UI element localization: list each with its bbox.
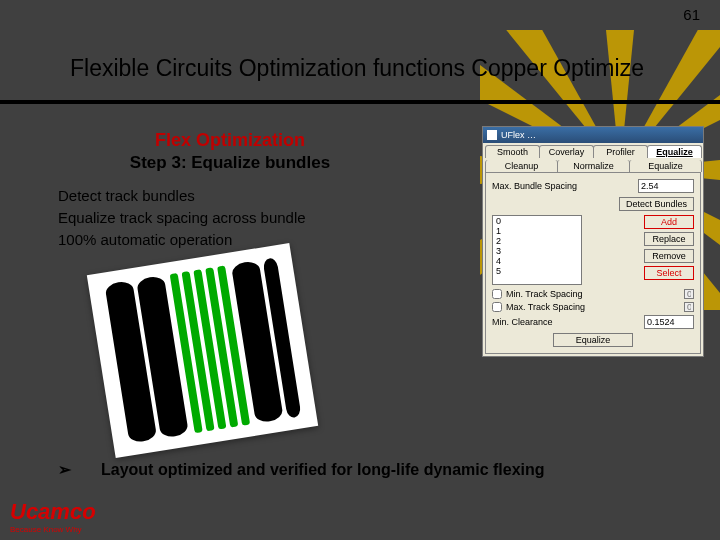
detect-bundles-button[interactable]: Detect Bundles: [619, 197, 694, 211]
list-item[interactable]: 0: [493, 216, 581, 226]
page-number: 61: [683, 6, 700, 23]
min-clearance-label: Min. Clearance: [492, 317, 640, 327]
body-line-2: Equalize track spacing across bundle: [58, 207, 306, 229]
min-track-spacing-label: Min. Track Spacing: [506, 289, 583, 299]
sub-heading-1: Flex Optimization: [0, 130, 460, 151]
track-bundle-illustration: [87, 243, 318, 458]
body-text: Detect track bundles Equalize track spac…: [58, 185, 306, 250]
tab-normalize[interactable]: Normalize: [557, 160, 630, 172]
logo-tagline: Because Know Why: [10, 525, 96, 534]
dialog-titlebar[interactable]: UFlex …: [483, 127, 703, 143]
list-item[interactable]: 3: [493, 246, 581, 256]
max-track-spacing-checkbox[interactable]: [492, 302, 502, 312]
logo-name: Ucamco: [10, 499, 96, 524]
equalize-button[interactable]: Equalize: [553, 333, 633, 347]
uflex-dialog: UFlex … Smooth Coverlay Profiler Equaliz…: [482, 126, 704, 357]
bundle-list[interactable]: 0 1 2 3 4 5: [492, 215, 582, 285]
remove-button[interactable]: Remove: [644, 249, 694, 263]
select-button[interactable]: Select: [644, 266, 694, 280]
sub-heading-2: Step 3: Equalize bundles: [0, 153, 460, 173]
min-track-spacing-input[interactable]: [684, 289, 694, 299]
title-underline: [0, 100, 720, 104]
list-item[interactable]: 1: [493, 226, 581, 236]
slide-title: Flexible Circuits Optimization functions…: [70, 55, 720, 82]
list-item[interactable]: 5: [493, 266, 581, 276]
add-button[interactable]: Add: [644, 215, 694, 229]
max-bundle-spacing-label: Max. Bundle Spacing: [492, 181, 634, 191]
bullet-text: Layout optimized and verified for long-l…: [101, 461, 545, 479]
bullet-marker: ➢: [58, 460, 71, 479]
max-track-spacing-label: Max. Track Spacing: [506, 302, 585, 312]
logo: Ucamco Because Know Why: [10, 499, 96, 534]
replace-button[interactable]: Replace: [644, 232, 694, 246]
tab-equalize[interactable]: Equalize: [647, 145, 702, 158]
tab-coverlay[interactable]: Coverlay: [539, 145, 594, 158]
max-track-spacing-input[interactable]: [684, 302, 694, 312]
app-icon: [487, 130, 497, 140]
min-track-spacing-checkbox[interactable]: [492, 289, 502, 299]
dialog-title: UFlex …: [501, 130, 536, 140]
body-line-1: Detect track bundles: [58, 185, 306, 207]
tab-cleanup[interactable]: Cleanup: [485, 160, 558, 172]
list-item[interactable]: 4: [493, 256, 581, 266]
min-clearance-input[interactable]: [644, 315, 694, 329]
max-bundle-spacing-input[interactable]: [638, 179, 694, 193]
tab-equalize2[interactable]: Equalize: [629, 160, 702, 172]
tab-profiler[interactable]: Profiler: [593, 145, 648, 158]
list-item[interactable]: 2: [493, 236, 581, 246]
tab-smooth[interactable]: Smooth: [485, 145, 540, 158]
